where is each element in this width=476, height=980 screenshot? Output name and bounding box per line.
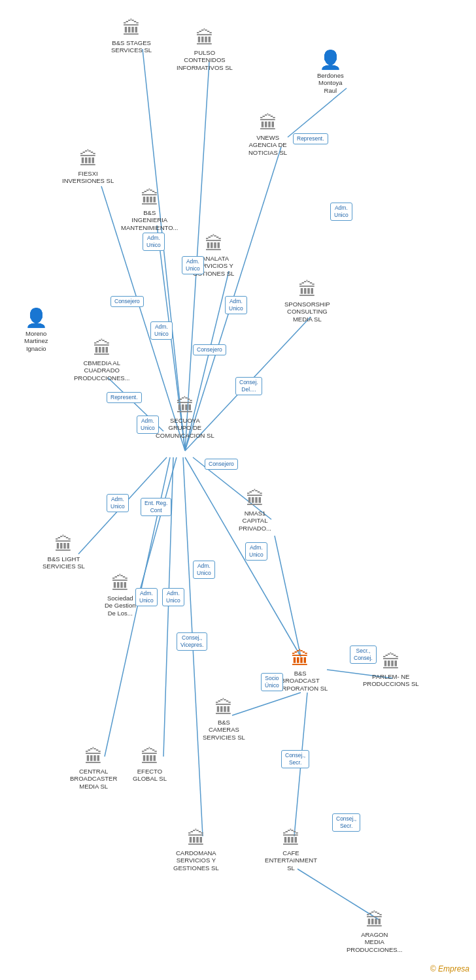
badge-b9[interactable]: Represent. [107, 392, 142, 403]
node-label-bslight: B&S LIGHT SERVICIES SL [42, 555, 85, 570]
svg-line-12 [185, 457, 301, 657]
node-label-efecto: EFECTO GLOBAL SL [133, 768, 167, 783]
node-central[interactable]: 🏛CENTRAL BROADCASTER MEDIA SL [70, 748, 117, 790]
node-cbmedia[interactable]: 🏛CBMEDIA AL CUADRADO PRODUCCIONES... [74, 340, 130, 382]
badge-b4[interactable]: Adm. Unico [182, 256, 204, 274]
node-label-central: CENTRAL BROADCASTER MEDIA SL [70, 768, 117, 790]
node-fiesxi[interactable]: 🏛FIESXI INVERSIONES SL [62, 150, 114, 185]
badge-b18[interactable]: Adm. Unico [162, 588, 184, 606]
node-nmas1[interactable]: 🏛NMAS1 CAPITAL PRIVADO... [239, 490, 271, 532]
badge-b15[interactable]: Adm. Unico [193, 561, 215, 579]
node-bss[interactable]: 🏛B&S STAGES SERVICES SL [111, 20, 152, 54]
badge-b5[interactable]: Adm. Unico [225, 296, 247, 314]
badge-b16[interactable]: Adm. Unico [245, 542, 267, 561]
node-berdones[interactable]: 👤Berdones Montoya Raul [317, 49, 344, 94]
badge-b13[interactable]: Adm. Unico [107, 494, 129, 512]
node-bsingenieria[interactable]: 🏛B&S INGENIERIA MANTENIMIENTO... [121, 189, 178, 231]
building-icon: 🏛 [282, 830, 300, 848]
badge-b14[interactable]: Ent. Reg. Cont [141, 498, 171, 516]
person-icon: 👤 [319, 49, 342, 71]
node-label-cardomana: CARDOMANA SERVICIOS Y GESTIONES SL [173, 849, 219, 872]
building-icon: 🏛 [187, 830, 205, 848]
badge-b11[interactable]: Consej. Del.... [235, 377, 262, 395]
building-icon: 🏛 [54, 536, 73, 554]
building-icon: 🏛 [246, 490, 264, 508]
building-icon: 🏛 [111, 575, 129, 593]
building-icon: 🏛 [291, 650, 309, 668]
node-label-sociedad: Sociedad De Gestion De Los... [105, 595, 136, 617]
badge-b3[interactable]: Adm. Unico [143, 233, 165, 251]
building-icon: 🏛 [93, 340, 111, 358]
node-label-parlem: PARLEM- NE PRODUCCIONS SL [363, 673, 419, 688]
building-icon: 🏛 [205, 235, 223, 253]
graph-container: 🏛B&S STAGES SERVICES SL🏛PULSO CONTENIDOS… [0, 0, 476, 980]
node-sociedad[interactable]: 🏛Sociedad De Gestion De Los... [105, 575, 136, 617]
node-label-cbmedia: CBMEDIA AL CUADRADO PRODUCCIONES... [74, 359, 130, 382]
svg-line-8 [288, 88, 347, 137]
connection-lines [0, 0, 476, 980]
watermark: © Empresa [430, 964, 469, 973]
node-sponsorship[interactable]: 🏛SPONSORSHIP CONSULTING MEDIA SL [284, 281, 330, 323]
badge-b1[interactable]: Represent. [293, 133, 328, 144]
node-label-bscameras: B&S CAMERAS SERVICIES SL [203, 719, 245, 741]
node-label-sponsorship: SPONSORSHIP CONSULTING MEDIA SL [284, 301, 330, 323]
badge-b10[interactable]: Adm. Unico [137, 416, 159, 434]
building-icon: 🏛 [122, 20, 141, 38]
node-label-pulso: PULSO CONTENIDOS INFORMATIVOS SL [177, 49, 233, 71]
node-label-cafe: CAFE ENTERTAINMENT SL [262, 849, 320, 872]
building-icon: 🏛 [214, 699, 233, 717]
node-label-bss: B&S STAGES SERVICES SL [111, 39, 152, 54]
node-moreno[interactable]: 👤Moreno Martinez Ignacio [24, 307, 48, 352]
building-icon: 🏛 [176, 397, 194, 416]
node-aragon[interactable]: 🏛ARAGON MEDIA PRODUCCIONES... [347, 911, 403, 953]
node-label-fiesxi: FIESXI INVERSIONES SL [62, 170, 114, 185]
badge-b19[interactable]: Consej., Vicepres. [177, 632, 207, 651]
building-icon: 🏛 [141, 189, 159, 208]
node-secuoya[interactable]: 🏛SECUOYA GRUPO DE COMUNICACION SL [156, 397, 214, 439]
badge-b2[interactable]: Adm. Unico [330, 203, 352, 221]
badge-b12[interactable]: Consejero [205, 459, 238, 470]
svg-line-11 [137, 457, 177, 600]
badge-b20[interactable]: Socio Único [261, 673, 283, 691]
node-pulso[interactable]: 🏛PULSO CONTENIDOS INFORMATIVOS SL [177, 29, 233, 71]
building-icon: 🏛 [79, 150, 97, 169]
node-label-secuoya: SECUOYA GRUPO DE COMUNICACION SL [156, 417, 214, 439]
badge-b22[interactable]: Consej., Secr. [281, 750, 309, 768]
building-icon: 🏛 [259, 114, 277, 133]
node-cardomana[interactable]: 🏛CARDOMANA SERVICIOS Y GESTIONES SL [173, 830, 219, 872]
node-bscameras[interactable]: 🏛B&S CAMERAS SERVICIES SL [203, 699, 245, 741]
node-vnews[interactable]: 🏛VNEWS AGENCIA DE NOTICIAS SL [248, 114, 287, 156]
node-label-aragon: ARAGON MEDIA PRODUCCIONES... [347, 931, 403, 953]
building-icon: 🏛 [141, 748, 159, 766]
building-icon: 🏛 [298, 281, 316, 299]
node-cafe[interactable]: 🏛CAFE ENTERTAINMENT SL [262, 830, 320, 872]
node-label-moreno: Moreno Martinez Ignacio [24, 330, 48, 352]
badge-b17[interactable]: Adm. Unico [135, 588, 158, 606]
node-bslight[interactable]: 🏛B&S LIGHT SERVICIES SL [42, 536, 85, 570]
building-icon: 🏛 [366, 911, 384, 930]
node-label-vnews: VNEWS AGENCIA DE NOTICIAS SL [248, 134, 287, 156]
node-label-nmas1: NMAS1 CAPITAL PRIVADO... [239, 510, 271, 532]
building-icon: 🏛 [84, 748, 103, 766]
badge-b6[interactable]: Consejero [110, 296, 144, 307]
node-label-berdones: Berdones Montoya Raul [317, 72, 344, 94]
building-icon: 🏛 [196, 29, 214, 48]
node-label-bsingenieria: B&S INGENIERIA MANTENIMIENTO... [121, 209, 178, 231]
svg-line-20 [275, 536, 301, 657]
badge-b23[interactable]: Consej., Secr. [332, 813, 360, 832]
building-icon: 🏛 [382, 653, 400, 672]
badge-b21[interactable]: Secr., Consej. [350, 645, 377, 664]
badge-b7[interactable]: Adm. Unico [150, 321, 173, 340]
node-efecto[interactable]: 🏛EFECTO GLOBAL SL [133, 748, 167, 783]
badge-b8[interactable]: Consejero [193, 344, 226, 355]
person-icon: 👤 [25, 307, 48, 329]
